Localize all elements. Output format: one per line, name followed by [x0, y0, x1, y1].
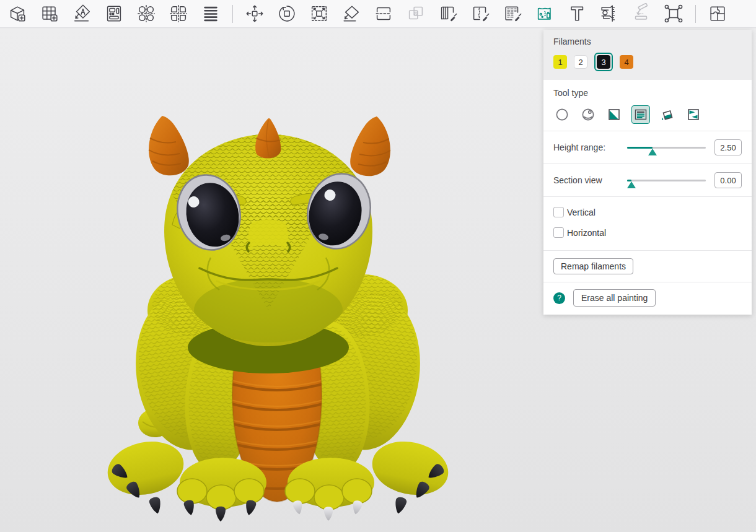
section-view-row: Section view 0.00 [543, 164, 752, 196]
paint-tool-panel: Filaments 1 2 3 4 Tool type [543, 30, 752, 315]
height-range-tool[interactable] [631, 105, 650, 124]
grid-plus-icon[interactable] [36, 1, 63, 26]
scale-icon[interactable] [305, 1, 333, 26]
circles-cross-icon[interactable] [133, 1, 160, 26]
stacked-lines-icon[interactable] [197, 1, 224, 26]
filament-swatch-1[interactable]: 1 [553, 55, 567, 69]
exploded-view-icon[interactable] [660, 1, 687, 26]
dragon-model[interactable] [93, 106, 471, 527]
text-icon[interactable] [563, 1, 591, 26]
quarters-cross-icon[interactable] [165, 1, 192, 26]
filament-swatches: 1 2 3 4 [553, 53, 742, 71]
color-paint-icon[interactable] [531, 1, 558, 26]
tool-type-title: Tool type [553, 88, 742, 98]
vertical-checkbox-row[interactable]: Vertical [553, 202, 742, 222]
smart-fill-tool[interactable] [685, 106, 702, 123]
height-range-value[interactable]: 2.50 [714, 139, 742, 155]
section-view-slider-thumb[interactable] [627, 181, 636, 188]
height-range-slider-thumb[interactable] [648, 149, 657, 155]
arrange-icon[interactable] [100, 1, 128, 26]
tool-type-row [553, 105, 742, 124]
toolbar-divider [232, 5, 233, 23]
move-icon[interactable] [241, 1, 268, 26]
filaments-title: Filaments [553, 37, 742, 46]
filament-swatch-4[interactable]: 4 [620, 55, 633, 69]
section-view-slider[interactable] [627, 180, 706, 181]
top-toolbar [0, 0, 756, 28]
sphere-brush-tool[interactable] [579, 106, 597, 123]
cube-plus-icon[interactable] [4, 1, 31, 26]
horizontal-checkbox[interactable] [553, 227, 564, 238]
erase-all-painting-button[interactable]: Erase all painting [573, 289, 656, 307]
height-range-row: Height range: 2.50 [543, 131, 752, 164]
height-range-label: Height range: [553, 142, 627, 152]
bucket-fill-tool[interactable] [659, 106, 676, 123]
support-paint-icon[interactable] [434, 1, 462, 26]
circle-brush-tool[interactable] [553, 106, 571, 123]
remap-section: Remap filaments [543, 250, 752, 282]
triangle-fill-tool[interactable] [605, 106, 623, 123]
height-range-slider[interactable] [627, 147, 706, 149]
plugin-puzzle-icon[interactable] [704, 1, 731, 26]
measure-icon[interactable] [596, 1, 623, 26]
section-view-label: Section view [553, 175, 627, 185]
section-view-value[interactable]: 0.00 [714, 172, 742, 188]
filaments-section: Filaments 1 2 3 4 [543, 30, 752, 80]
horizontal-checkbox-row[interactable]: Horizontal [553, 222, 742, 243]
rotate-icon[interactable] [273, 1, 301, 26]
horizontal-checkbox-label: Horizontal [567, 228, 606, 238]
vertical-checkbox[interactable] [553, 207, 564, 217]
checkbox-section: Vertical Horizontal [543, 196, 752, 250]
filament-swatch-2[interactable]: 2 [574, 55, 587, 69]
assembly-icon [628, 1, 655, 26]
erase-section: ? Erase all painting [543, 282, 752, 315]
fuzzy-skin-paint-icon[interactable] [499, 1, 526, 26]
filament-swatch-3[interactable]: 3 [597, 55, 610, 69]
mesh-boolean-icon [402, 1, 429, 26]
seam-paint-icon[interactable] [467, 1, 494, 26]
vertical-checkbox-label: Vertical [567, 207, 596, 217]
toolbar-divider [695, 5, 696, 23]
auto-orient-icon[interactable] [68, 1, 95, 26]
help-icon[interactable]: ? [553, 292, 565, 304]
filament-swatch-selected-ring: 3 [594, 53, 613, 71]
remap-filaments-button[interactable]: Remap filaments [553, 258, 633, 274]
cut-icon[interactable] [370, 1, 397, 26]
tool-type-section: Tool type [543, 80, 752, 131]
place-on-face-icon[interactable] [338, 1, 365, 26]
